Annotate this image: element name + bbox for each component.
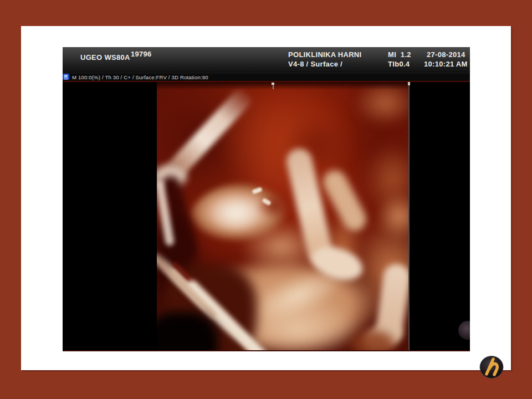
machine-model-label: UGEO WS80A bbox=[80, 53, 130, 62]
faint-indicator-circle bbox=[458, 321, 470, 340]
mi-index-label: MI 1.2 bbox=[388, 50, 411, 59]
slide-card: UGEO WS80A 19796 POLIKLINIKA HARNI V4-8 … bbox=[21, 26, 511, 370]
ultrasound-image-area bbox=[63, 82, 470, 351]
render-boundary-tip bbox=[408, 82, 410, 85]
fetal-3d-render bbox=[157, 82, 408, 350]
render-shape bbox=[257, 192, 293, 219]
ultrasound-status-bar: R M 100:0(%) / Th 30 / C+ / Surface:FRV … bbox=[63, 73, 470, 81]
patient-id-label: 19796 bbox=[131, 50, 152, 58]
exam-date-label: 27-08-2014 bbox=[427, 50, 466, 59]
image-area-bottom-border bbox=[63, 350, 470, 351]
poliklinika-harni-logo bbox=[479, 355, 504, 380]
institution-name-label: POLIKLINIKA HARNI bbox=[288, 50, 361, 59]
logo-monogram-icon bbox=[479, 355, 504, 380]
ultrasound-screenshot: UGEO WS80A 19796 POLIKLINIKA HARNI V4-8 … bbox=[63, 47, 470, 351]
ultrasound-header-bar: UGEO WS80A 19796 POLIKLINIKA HARNI V4-8 … bbox=[63, 47, 470, 73]
render-settings-text: M 100:0(%) / Th 30 / C+ / Surface:FRV / … bbox=[72, 74, 208, 80]
probe-preset-label: V4-8 / Surface / bbox=[288, 60, 342, 68]
tib-index-label: TIb0.4 bbox=[388, 60, 410, 68]
top-orientation-marker-tick bbox=[273, 85, 274, 89]
exam-time-label: 10:10:21 AM bbox=[424, 60, 468, 68]
render-shape bbox=[157, 82, 408, 90]
render-boundary-line bbox=[408, 82, 410, 350]
presentation-slide: { "slide": { "background_color": "#fffff… bbox=[0, 0, 532, 399]
orientation-marker-badge: R bbox=[63, 74, 69, 80]
